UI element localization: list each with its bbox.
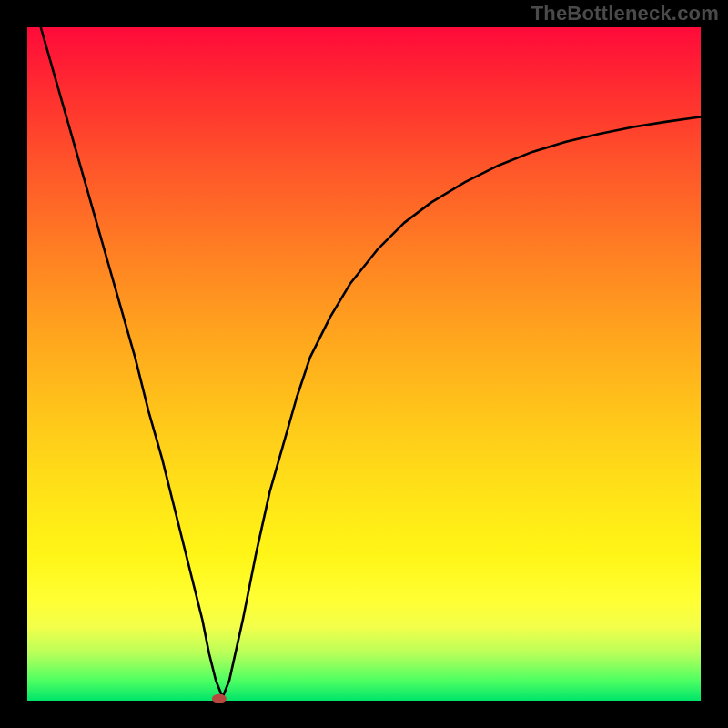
plot-area — [27, 27, 701, 701]
minimum-marker — [212, 694, 227, 703]
curve-svg — [27, 27, 701, 701]
watermark-text: TheBottleneck.com — [531, 2, 719, 25]
chart-frame: TheBottleneck.com — [0, 0, 728, 728]
bottleneck-curve — [41, 27, 701, 697]
